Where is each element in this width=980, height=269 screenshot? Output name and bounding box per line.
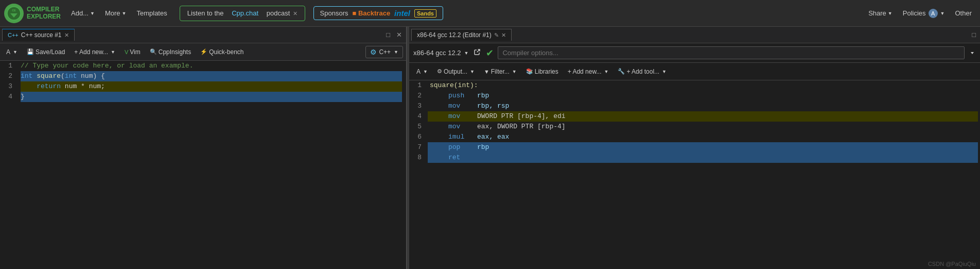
other-button[interactable]: Other [951,7,976,19]
output-caret-icon: ▼ [470,69,475,74]
compiler-options-input[interactable] [498,46,965,59]
compiler-selector[interactable]: x86-64 gcc 12.2 ▼ [413,49,468,57]
asm-line-6: imul eax, eax [428,132,978,142]
cpp-source-icon: C++ [8,32,19,38]
filter-caret-icon: ▼ [512,69,517,74]
sands-logo: Sands [414,9,436,18]
code-editor[interactable]: 1 2 3 4 // Type your code here, or load … [0,61,406,269]
compiler-tab-bar: x86-64 gcc 12.2 (Editor #1) ✎ ✕ □ [409,27,980,43]
compiler-tab-1[interactable]: x86-64 gcc 12.2 (Editor #1) ✎ ✕ [411,29,512,41]
vim-button[interactable]: V Vim [121,47,144,57]
podcast-close-button[interactable]: × [293,9,297,18]
editor-tab-icons: □ ✕ [384,30,404,40]
share-button[interactable]: Share ▼ [864,7,897,19]
asm-output: 1 2 3 4 5 6 7 8 square(int): push rbp mo… [409,80,980,269]
output-button[interactable]: ⚙ Output... ▼ [434,66,478,77]
more-chevron-icon: ▼ [122,11,127,16]
asm-line-2: push rbp [428,91,978,101]
wrench-icon: 🔧 [618,68,625,75]
compiler-options-bar: x86-64 gcc 12.2 ▼ ✔ [409,43,980,63]
logo-area: CE COMPILER EXPLORER [4,4,61,23]
filter-button[interactable]: ▼ Filter... ▼ [481,66,520,77]
add-new-out-caret-icon: ▼ [604,69,608,74]
podcast-link[interactable]: Cpp.chat [232,9,258,17]
compiler-expand-button[interactable]: □ [970,30,978,40]
backtrace-logo: ■ Backtrace [352,9,390,17]
save-load-button[interactable]: 💾 Save/Load [24,47,68,57]
add-tool-caret-icon: ▼ [662,69,667,74]
font-size-output-button[interactable]: A ▼ [413,66,431,77]
compiler-caret-icon: ▼ [464,51,469,56]
filter-icon: ▼ [484,69,489,75]
compiler-options-expand-button[interactable] [969,48,976,58]
editor-tab-1[interactable]: C++ C++ source #1 ✕ [2,29,75,41]
libraries-icon: 📚 [526,68,533,75]
add-tool-button[interactable]: 🔧 + Add tool... ▼ [615,66,670,77]
vim-icon: V [125,49,128,55]
code-content[interactable]: // Type your code here, or load an examp… [16,61,406,269]
share-chevron-icon: ▼ [888,11,892,16]
asm-content: square(int): push rbp mov rbp, rsp mov D… [426,80,980,269]
editor-tab-bar: C++ C++ source #1 ✕ □ ✕ [0,27,406,43]
policies-chevron-icon: ▼ [940,11,945,16]
asm-line-4: mov DWORD PTR [rbp-4], edi [428,111,978,122]
more-button[interactable]: More ▼ [101,7,131,19]
gear-icon: ⚙ [437,68,442,75]
font-size-caret-icon: ▼ [13,49,18,55]
lang-caret-icon: ▼ [394,49,398,55]
compiler-tab-icons: □ [970,30,978,40]
svg-marker-3 [971,52,974,54]
font-size-button[interactable]: A ▼ [3,47,21,57]
sponsors-area: Sponsors ■ Backtrace intel Sands [313,6,443,20]
cpp-lang-icon: ⚙ [370,48,377,56]
watermark: CSDN @PaQiuQiu [928,261,976,267]
code-line-4: } [21,92,402,102]
output-toolbar: A ▼ ⚙ Output... ▼ ▼ Filter... ▼ 📚 Librar… [409,63,980,80]
compiler-tab-edit-icon[interactable]: ✎ [494,32,499,39]
asm-line-7: pop rbp [428,142,978,153]
templates-button[interactable]: Templates [132,7,171,19]
policies-button[interactable]: Policies A ▼ [899,7,949,20]
font-size-out-caret-icon: ▼ [423,69,428,74]
language-selector[interactable]: ⚙ C++ ▼ [365,46,403,58]
editor-expand-button[interactable]: □ [384,30,392,40]
nav-right: Share ▼ Policies A ▼ Other [864,7,976,20]
asm-line-numbers: 1 2 3 4 5 6 7 8 [409,80,426,269]
compiler-explorer-icon: CE [4,4,24,23]
cppinsights-button[interactable]: 🔍 CppInsights [147,47,194,57]
editor-toolbar: A ▼ 💾 Save/Load + Add new... ▼ V Vim 🔍 C… [0,43,406,61]
navbar: CE COMPILER EXPLORER Add... ▼ More ▼ Tem… [0,0,980,27]
editor-close-button[interactable]: ✕ [394,30,404,40]
line-numbers: 1 2 3 4 [0,61,16,269]
quickbench-icon: ⚡ [200,48,207,55]
add-button[interactable]: Add... ▼ [67,7,99,19]
main-area: C++ C++ source #1 ✕ □ ✕ A ▼ 💾 Save/Load … [0,27,980,269]
left-editor-pane: C++ C++ source #1 ✕ □ ✕ A ▼ 💾 Save/Load … [0,27,407,269]
logo-text: COMPILER EXPLORER [27,6,61,20]
asm-line-3: mov rbp, rsp [428,101,978,111]
code-line-1: // Type your code here, or load an examp… [21,61,402,71]
intel-logo: intel [394,9,410,18]
save-icon: 💾 [27,48,34,55]
asm-line-8: ret [428,153,978,163]
code-line-3: return num * num; [21,81,402,92]
add-new-output-button[interactable]: + Add new... ▼ [565,66,612,77]
editor-tab-close[interactable]: ✕ [64,32,69,39]
code-line-2: int square(int num) { [21,71,402,81]
add-new-caret-icon: ▼ [111,49,115,55]
asm-line-5: mov eax, DWORD PTR [rbp-4] [428,122,978,132]
right-compiler-pane: x86-64 gcc 12.2 (Editor #1) ✎ ✕ □ x86-64… [409,27,980,269]
compile-success-icon: ✔ [486,47,494,59]
libraries-button[interactable]: 📚 Libraries [523,66,562,77]
cppinsights-icon: 🔍 [150,48,157,55]
svg-text:CE: CE [12,9,16,12]
quickbench-button[interactable]: ⚡ Quick-bench [197,47,247,57]
compiler-external-link-button[interactable] [472,47,482,58]
policies-avatar-icon: A [929,9,938,18]
podcast-banner: Listen to the Cpp.chat podcast × [180,6,305,21]
add-new-button[interactable]: + Add new... ▼ [71,47,118,57]
add-chevron-icon: ▼ [90,11,95,16]
compiler-tab-close[interactable]: ✕ [501,32,506,39]
asm-line-1: square(int): [428,80,978,91]
sponsors-logos: ■ Backtrace intel Sands [352,9,436,18]
